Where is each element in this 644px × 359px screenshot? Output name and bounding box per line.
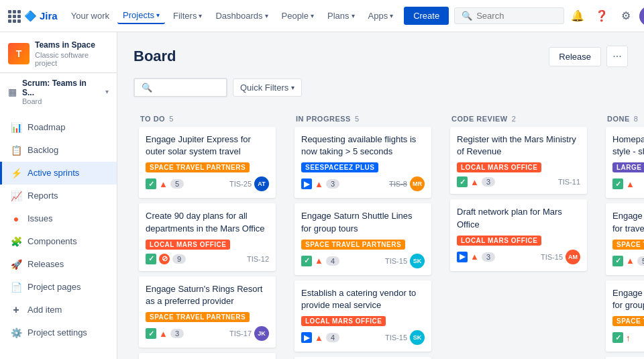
card-id: TIS-8 [356, 180, 407, 188]
add-icon: + [10, 304, 22, 316]
card-id: TIS-12 [209, 255, 269, 263]
sidebar-item-active-sprints[interactable]: ⚡ Active sprints [0, 162, 117, 185]
nav-dashboards[interactable]: Dashboards ▾ [210, 8, 273, 23]
column-inprogress: IN PROGRESS 5 Requesting available fligh… [289, 108, 437, 359]
nav-projects[interactable]: Projects ▾ [117, 7, 165, 24]
table-row[interactable]: Engage Saturn Shuttle Lines for group to… [606, 280, 644, 352]
help-icon[interactable]: ❓ [591, 5, 612, 27]
sidebar-item-add-item[interactable]: + Add item [0, 299, 117, 321]
chevron-down-icon: ▾ [156, 11, 160, 19]
status-icon: ▶ [301, 178, 312, 189]
create-button[interactable]: Create [404, 7, 449, 25]
card-meta: ▶ ▲ 3 [457, 252, 508, 262]
search-icon: 🔍 [142, 83, 152, 93]
column-header-todo: TO DO 5 [133, 108, 281, 127]
sidebar-item-label: Releases [28, 259, 64, 269]
table-row[interactable]: Enable Speedy SpaceCraft as the preferre… [139, 353, 276, 359]
card-title: Engage Saturn's Rings Resort as a prefer… [146, 283, 269, 307]
priority-icon: ▲ [626, 256, 635, 266]
story-points: 3 [482, 252, 495, 262]
sidebar-nav: 📊 Roadmap 📋 Backlog ⚡ Active sprints 📈 R… [0, 111, 117, 359]
tag-label: SPACE TRAVEL PARTNERS [146, 162, 250, 172]
status-icon: ✓ [612, 332, 623, 343]
more-options-button[interactable]: ··· [606, 46, 628, 67]
table-row[interactable]: Engage JetShuttle SpaceWays for travel S… [606, 203, 644, 274]
board-header: Board Release ··· [133, 46, 628, 67]
board-search[interactable]: 🔍 [133, 78, 227, 97]
board-icon: ▦ [8, 87, 17, 97]
notifications-icon[interactable]: 🔔 [567, 5, 588, 27]
story-points: 5 [637, 256, 644, 266]
sidebar-item-releases[interactable]: 🚀 Releases [0, 253, 117, 276]
column-header-codereview: CODE REVIEW 2 [445, 108, 592, 127]
search-box[interactable]: 🔍 [454, 7, 564, 24]
card-footer: ▶ ▲ 3 TIS-8 MR [301, 176, 425, 191]
sidebar-item-components[interactable]: 🧩 Components [0, 230, 117, 253]
user-avatar[interactable]: U [639, 6, 644, 26]
nav-apps[interactable]: Apps ▾ [363, 8, 399, 23]
sidebar-item-label: Project settings [28, 327, 87, 338]
table-row[interactable]: Engage Saturn's Rings Resort as a prefer… [139, 276, 276, 348]
column-count: 2 [512, 115, 516, 123]
status-icon: ✓ [301, 256, 312, 266]
card-footer: ✓ ▲ 3 TIS-17 JK [146, 326, 269, 341]
card-meta: ✓ ▲ 3 [457, 176, 517, 187]
sidebar-item-roadmap[interactable]: 📊 Roadmap [0, 116, 117, 139]
table-row[interactable]: Requesting available flights is now taki… [294, 127, 431, 198]
nav-filters[interactable]: Filters ▾ [168, 8, 207, 23]
sidebar-item-reports[interactable]: 📈 Reports [0, 185, 117, 207]
card-footer: ▶ ▲ 4 TIS-15 SK [301, 330, 425, 345]
card-title: Draft network plan for Mars Office [457, 206, 580, 230]
tag-label: LARGE TEAM SUPPORT [612, 162, 644, 172]
story-points: 4 [326, 333, 339, 342]
table-row[interactable]: Draft network plan for Mars Office LOCAL… [450, 199, 587, 270]
priority-icon: ▲ [470, 177, 479, 187]
column-count: 8 [634, 115, 638, 123]
card-meta: ✓ ⊘ 9 [146, 254, 206, 264]
sidebar-item-label: Issues [28, 213, 53, 223]
priority-icon: ▲ [159, 179, 168, 189]
components-icon: 🧩 [10, 236, 22, 248]
tag-label: SPACE TRAVEL PARTNERS [612, 316, 644, 326]
logo[interactable]: 🔷 Jira [8, 10, 58, 22]
releases-icon: 🚀 [10, 258, 22, 270]
avatar: SK [410, 330, 425, 345]
table-row[interactable]: Engage Jupiter Express for outer solar s… [139, 127, 276, 198]
search-input[interactable] [476, 11, 557, 21]
card-meta: ✓ ▲ 4 [301, 256, 353, 266]
quick-filters-dropdown[interactable]: Quick Filters ▾ [233, 79, 302, 97]
board-selector-info: Scrum: Teams in S... Board [22, 79, 100, 105]
nav-people[interactable]: People ▾ [276, 8, 319, 23]
card-id: TIS-25 [200, 180, 252, 188]
priority-icon: ↑ [626, 333, 631, 343]
sidebar-item-backlog[interactable]: 📋 Backlog [0, 139, 117, 162]
table-row[interactable]: Engage Saturn Shuttle Lines for group to… [294, 203, 431, 274]
priority-icon: ▲ [315, 333, 323, 343]
table-row[interactable]: Establish a catering vendor to provide m… [294, 280, 431, 352]
layout: T Teams in Space Classic software projec… [0, 32, 644, 359]
sidebar-item-label: Backlog [28, 145, 58, 155]
grid-icon [8, 10, 20, 22]
board-sublabel: Board [22, 97, 100, 105]
card-footer: ▶ ▲ 3 TIS-15 AM [457, 250, 580, 264]
card-id: TIS-15 [511, 253, 563, 261]
sidebar-item-project-pages[interactable]: 📄 Project pages [0, 276, 117, 299]
release-button[interactable]: Release [549, 47, 601, 66]
table-row[interactable]: Register with the Mars Ministry of Reven… [450, 127, 587, 194]
sidebar-item-project-settings[interactable]: ⚙️ Project settings [0, 321, 117, 344]
chevron-down-icon: ▾ [291, 84, 294, 91]
avatar: AT [254, 176, 269, 191]
topnav: 🔷 Jira Your work Projects ▾ Filters ▾ Da… [0, 0, 644, 32]
project-header[interactable]: T Teams in Space Classic software projec… [0, 32, 117, 73]
card-footer: ✓ ▲ 5 TIS-23 JK [612, 254, 644, 268]
board-search-input[interactable] [156, 83, 223, 93]
nav-your-work[interactable]: Your work [66, 8, 115, 23]
card-title: Engage Saturn Shuttle Lines for group to… [301, 210, 425, 234]
table-row[interactable]: Homepage footer uses an inline style - s… [606, 127, 644, 198]
tag-label: LOCAL MARS OFFICE [457, 162, 541, 172]
settings-icon[interactable]: ⚙ [615, 5, 637, 27]
sidebar-item-issues[interactable]: ● Issues [0, 207, 117, 230]
nav-plans[interactable]: Plans ▾ [322, 8, 360, 23]
table-row[interactable]: Create 90 day plans for all departments … [139, 203, 276, 270]
board-selector[interactable]: ▦ Scrum: Teams in S... Board ▾ [0, 73, 117, 111]
